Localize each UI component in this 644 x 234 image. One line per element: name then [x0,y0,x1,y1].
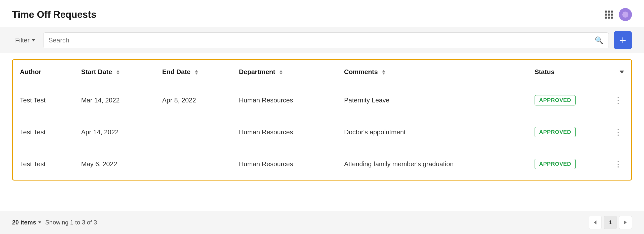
grid-dot [608,11,610,13]
col-comments-label: Comments [344,68,378,76]
search-input[interactable] [49,36,591,44]
sort-comments-icon [382,70,385,75]
footer: 20 items Showing 1 to 3 of 3 1 [0,211,644,234]
items-per-page-selector[interactable]: 20 items [12,219,41,226]
items-per-page-chevron-icon [38,221,41,223]
filter-button[interactable]: Filter [12,34,38,46]
footer-left: 20 items Showing 1 to 3 of 3 [12,219,97,226]
col-status[interactable]: Status [528,60,631,84]
chevron-right-icon [624,220,627,224]
sort-down-icon [279,73,283,75]
chevron-left-icon [594,220,596,224]
cell-department: Human Resources [232,84,337,116]
row-menu-button[interactable]: ⋮ [612,93,624,107]
status-dropdown-icon[interactable] [620,71,624,74]
avatar[interactable] [619,8,632,21]
filter-chevron-icon [32,39,35,41]
table-row: Test TestMar 14, 2022Apr 8, 2022Human Re… [13,84,631,116]
grid-dot [605,14,607,16]
grid-dot [608,17,610,19]
add-button[interactable]: + [614,31,632,49]
table-container: Author Start Date End Date [12,59,632,181]
app-container: Time Off Requests Filter 🔍 [0,0,644,234]
sort-up-icon [382,70,385,72]
sort-start-date-icon [116,70,119,75]
header-actions [605,8,632,21]
sort-down-icon [382,73,385,75]
cell-author: Test Test [13,148,74,180]
col-department-label: Department [239,68,275,76]
row-menu-button[interactable]: ⋮ [612,125,624,139]
cell-author: Test Test [13,116,74,148]
col-department[interactable]: Department [232,60,337,84]
status-badge: APPROVED [535,159,576,169]
pagination-next-button[interactable] [619,216,632,229]
page-title: Time Off Requests [12,9,96,20]
grid-dot [605,17,607,19]
search-icon: 🔍 [595,36,603,44]
cell-department: Human Resources [232,116,337,148]
col-start-date[interactable]: Start Date [74,60,155,84]
sort-down-icon [116,73,119,75]
grid-dot [605,11,607,13]
header: Time Off Requests [0,0,644,27]
pagination: 1 [589,216,632,229]
col-end-date-label: End Date [162,68,191,76]
cell-author: Test Test [13,84,74,116]
search-bar: 🔍 [43,32,609,48]
status-badge: APPROVED [535,127,576,137]
add-button-label: + [620,34,626,46]
col-end-date[interactable]: End Date [155,60,232,84]
cell-end_date [155,148,232,180]
pagination-prev-button[interactable] [589,216,602,229]
sort-department-icon [279,70,283,75]
grid-dot [608,14,610,16]
sort-down-icon [195,73,198,75]
cell-start_date: Mar 14, 2022 [74,84,155,116]
cell-comments: Attending family member's graduation [337,148,528,180]
page-number: 1 [609,219,612,226]
col-comments[interactable]: Comments [337,60,528,84]
row-menu-button[interactable]: ⋮ [612,157,624,171]
time-off-table: Author Start Date End Date [13,60,631,180]
table-header-row: Author Start Date End Date [13,60,631,84]
col-author: Author [13,60,74,84]
cell-status: APPROVED⋮ [528,148,631,180]
sort-up-icon [195,70,198,72]
pagination-page-1-button[interactable]: 1 [604,216,617,229]
cell-status: APPROVED⋮ [528,116,631,148]
table-body: Test TestMar 14, 2022Apr 8, 2022Human Re… [13,84,631,180]
table-row: Test TestMay 6, 2022Human ResourcesAtten… [13,148,631,180]
col-author-label: Author [20,68,41,76]
col-status-label: Status [535,68,554,76]
cell-start_date: Apr 14, 2022 [74,116,155,148]
items-per-page-label: 20 items [12,219,36,226]
cell-status: APPROVED⋮ [528,84,631,116]
sort-up-icon [279,70,283,72]
cell-department: Human Resources [232,148,337,180]
grid-menu-icon[interactable] [605,11,613,19]
status-badge: APPROVED [535,95,576,105]
cell-comments: Doctor's appointment [337,116,528,148]
grid-dot [611,11,613,13]
grid-dot [611,17,613,19]
col-status-header: Status [535,68,624,76]
showing-text: Showing 1 to 3 of 3 [45,219,97,226]
cell-end_date [155,116,232,148]
col-start-date-label: Start Date [81,68,112,76]
cell-end_date: Apr 8, 2022 [155,84,232,116]
cell-start_date: May 6, 2022 [74,148,155,180]
table-row: Test TestApr 14, 2022Human ResourcesDoct… [13,116,631,148]
sort-end-date-icon [195,70,198,75]
cell-comments: Paternity Leave [337,84,528,116]
grid-dot [611,14,613,16]
toolbar: Filter 🔍 + [0,27,644,53]
filter-label: Filter [15,36,30,44]
sort-up-icon [116,70,119,72]
